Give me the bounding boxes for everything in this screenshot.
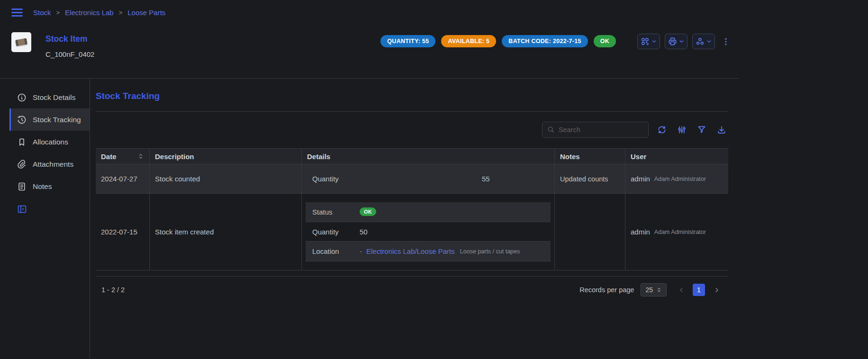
sidebar-item-attachments[interactable]: Attachments — [9, 153, 90, 175]
breadcrumb-separator: > — [56, 9, 60, 16]
cell-details: Status OK Quantity 50 Location - Electro… — [302, 194, 555, 270]
detail-row-status: Status OK — [306, 202, 551, 222]
username: admin — [631, 228, 650, 236]
part-name: C_100nF_0402 — [45, 50, 94, 58]
location-description: Loose parts / cut tapes — [460, 248, 520, 255]
topbar: Stock > Electronics Lab > Loose Parts — [0, 0, 739, 25]
sidebar-item-notes[interactable]: Notes — [9, 175, 90, 197]
sidebar-item-allocations[interactable]: Allocations — [9, 131, 90, 153]
records-per-page-value: 25 — [645, 286, 653, 294]
records-per-page-label: Records per page — [579, 286, 634, 294]
status-ok-badge: OK — [594, 35, 616, 47]
breadcrumb-separator: > — [119, 9, 123, 16]
download-button[interactable] — [715, 123, 728, 136]
breadcrumb-stock[interactable]: Stock — [33, 9, 51, 17]
cell-date: 2022-07-15 — [96, 194, 150, 270]
column-header-description: Description — [150, 149, 302, 164]
chevron-down-icon — [678, 38, 685, 45]
stock-operations-icon — [696, 37, 705, 46]
sidebar-collapse-button[interactable] — [9, 199, 90, 218]
paperclip-icon — [17, 160, 27, 169]
breadcrumb-loose-parts[interactable]: Loose Parts — [127, 9, 165, 17]
sidebar-item-label: Notes — [33, 182, 52, 191]
menu-icon[interactable] — [11, 9, 23, 17]
filter-button[interactable] — [695, 123, 708, 136]
cell-user: admin Adam Administrator — [625, 164, 728, 193]
stock-tracking-table: Date Description Details Notes User 2024… — [96, 148, 728, 297]
table-settings-button[interactable] — [675, 123, 688, 136]
available-badge: AVAILABLE: 5 — [441, 35, 496, 47]
sidebar-item-stock-details[interactable]: Stock Details — [9, 86, 90, 108]
qr-code-icon — [641, 37, 650, 46]
column-header-details: Details — [302, 149, 555, 164]
history-icon — [17, 115, 27, 125]
search-icon — [547, 126, 555, 134]
username: admin — [631, 175, 650, 183]
search-box[interactable] — [542, 122, 649, 138]
table-toolbar — [96, 122, 728, 138]
cell-notes — [555, 194, 625, 270]
header-actions — [637, 32, 732, 49]
detail-key: Status — [312, 208, 360, 216]
chevron-down-icon — [706, 38, 712, 45]
app-container: Stock > Electronics Lab > Loose Parts St… — [0, 0, 739, 359]
breadcrumb-electronics-lab[interactable]: Electronics Lab — [65, 9, 114, 17]
quantity-badge: QUANTITY: 55 — [380, 35, 435, 47]
adjustments-icon — [677, 125, 687, 135]
detail-key: Quantity — [312, 228, 360, 236]
detail-row-quantity: Quantity 50 — [306, 222, 551, 242]
table-footer: 1 - 2 / 2 Records per page 25 — [96, 276, 728, 297]
sidebar-item-stock-tracking[interactable]: Stock Tracking — [9, 108, 90, 131]
bookmark-icon — [17, 137, 27, 147]
cell-user: admin Adam Administrator — [625, 194, 728, 270]
page-1-button[interactable]: 1 — [693, 284, 705, 296]
search-input[interactable] — [559, 126, 647, 134]
column-header-label: Date — [101, 153, 117, 161]
status-ok-badge: OK — [360, 207, 376, 216]
content-row: Stock Details Stock Tracking Allocations… — [0, 79, 739, 359]
more-options-button[interactable] — [720, 34, 732, 49]
location-link[interactable]: Electronics Lab/Loose Parts — [366, 247, 455, 255]
cell-notes: Updated counts — [555, 164, 625, 193]
location-dash: - — [360, 247, 362, 255]
column-header-user: User — [625, 149, 728, 164]
records-per-page-select[interactable]: 25 — [641, 283, 667, 296]
sort-selector-icon[interactable] — [137, 153, 144, 160]
stock-tracking-panel: Stock Tracking — [90, 79, 739, 359]
detail-value: 55 — [482, 175, 490, 183]
column-header-date[interactable]: Date — [96, 149, 150, 164]
cell-description: Stock counted — [150, 164, 302, 193]
cell-details: Quantity 55 — [302, 164, 555, 193]
barcode-actions-button[interactable] — [637, 34, 660, 49]
filter-icon — [697, 125, 706, 135]
table-row: 2022-07-15 Stock item created Status OK … — [96, 194, 728, 270]
page-title: Stock Item — [45, 34, 94, 44]
refresh-button[interactable] — [655, 123, 669, 136]
stock-item-thumbnail[interactable] — [11, 32, 31, 52]
previous-page-button[interactable] — [675, 284, 687, 296]
chevron-left-icon — [678, 287, 685, 294]
pagination-controls: Records per page 25 — [579, 283, 723, 296]
status-badges: QUANTITY: 55 AVAILABLE: 5 BATCH CODE: 20… — [380, 32, 616, 47]
print-actions-button[interactable] — [665, 34, 687, 49]
title-block: Stock Item C_100nF_0402 — [45, 32, 94, 58]
cell-description: Stock item created — [150, 194, 302, 270]
refresh-icon — [657, 125, 667, 135]
selector-icon — [656, 287, 662, 293]
panel-title: Stock Tracking — [96, 91, 728, 101]
stock-operations-button[interactable] — [692, 34, 715, 49]
capacitor-image — [15, 38, 27, 46]
table-row: 2024-07-27 Stock counted Quantity 55 Upd… — [96, 164, 728, 194]
detail-key: Quantity — [312, 175, 482, 183]
detail-key: Location — [312, 247, 360, 255]
notes-icon — [17, 182, 27, 191]
dots-vertical-icon — [721, 37, 731, 46]
detail-value: 50 — [360, 228, 368, 236]
download-icon — [717, 125, 726, 135]
batch-code-badge: BATCH CODE: 2022-7-15 — [502, 35, 588, 47]
next-page-button[interactable] — [710, 284, 723, 296]
chevron-down-icon — [651, 38, 657, 45]
pager: 1 — [675, 284, 723, 296]
breadcrumb: Stock > Electronics Lab > Loose Parts — [33, 9, 165, 17]
sidebar-item-label: Allocations — [33, 138, 68, 146]
